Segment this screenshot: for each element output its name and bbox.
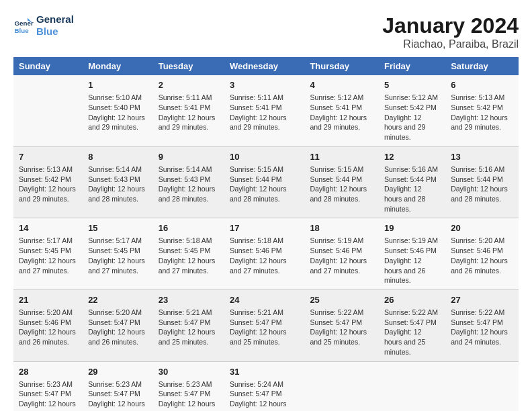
calendar-cell: 1Sunrise: 5:10 AM Sunset: 5:40 PM Daylig… [83,75,153,146]
cell-info: Sunrise: 5:19 AM Sunset: 5:46 PM Dayligh… [384,236,440,285]
cell-info: Sunrise: 5:15 AM Sunset: 5:44 PM Dayligh… [310,165,373,204]
cell-info: Sunrise: 5:22 AM Sunset: 5:47 PM Dayligh… [384,308,440,357]
day-number: 29 [88,366,148,378]
calendar-cell: 30Sunrise: 5:23 AM Sunset: 5:47 PM Dayli… [153,361,224,411]
cell-info: Sunrise: 5:17 AM Sunset: 5:45 PM Dayligh… [88,236,148,275]
calendar-cell: 17Sunrise: 5:18 AM Sunset: 5:46 PM Dayli… [224,218,304,290]
calendar-cell: 28Sunrise: 5:23 AM Sunset: 5:47 PM Dayli… [13,361,83,411]
calendar-cell: 11Sunrise: 5:15 AM Sunset: 5:44 PM Dayli… [304,146,379,218]
day-number: 5 [384,79,440,91]
calendar-cell: 29Sunrise: 5:23 AM Sunset: 5:47 PM Dayli… [83,361,153,411]
cell-info: Sunrise: 5:11 AM Sunset: 5:41 PM Dayligh… [159,93,219,132]
day-number: 12 [384,151,440,163]
day-number: 16 [159,222,219,234]
cell-info: Sunrise: 5:17 AM Sunset: 5:45 PM Dayligh… [19,236,77,275]
calendar-cell: 12Sunrise: 5:16 AM Sunset: 5:44 PM Dayli… [379,146,445,218]
day-number: 22 [88,294,148,306]
day-number: 14 [19,222,77,234]
calendar-cell: 4Sunrise: 5:12 AM Sunset: 5:41 PM Daylig… [304,75,379,146]
calendar-cell: 24Sunrise: 5:21 AM Sunset: 5:47 PM Dayli… [224,289,304,361]
calendar-cell: 25Sunrise: 5:22 AM Sunset: 5:47 PM Dayli… [304,289,379,361]
cell-info: Sunrise: 5:14 AM Sunset: 5:43 PM Dayligh… [88,165,148,204]
calendar-cell: 19Sunrise: 5:19 AM Sunset: 5:46 PM Dayli… [379,218,445,290]
day-number: 23 [159,294,219,306]
cell-info: Sunrise: 5:11 AM Sunset: 5:41 PM Dayligh… [230,93,299,132]
cell-info: Sunrise: 5:18 AM Sunset: 5:45 PM Dayligh… [159,236,219,275]
calendar-cell: 2Sunrise: 5:11 AM Sunset: 5:41 PM Daylig… [153,75,224,146]
calendar-cell: 3Sunrise: 5:11 AM Sunset: 5:41 PM Daylig… [224,75,304,146]
week-row-4: 21Sunrise: 5:20 AM Sunset: 5:46 PM Dayli… [13,289,519,361]
cell-info: Sunrise: 5:12 AM Sunset: 5:42 PM Dayligh… [384,93,440,142]
cell-info: Sunrise: 5:23 AM Sunset: 5:47 PM Dayligh… [88,379,148,411]
calendar-cell: 9Sunrise: 5:14 AM Sunset: 5:43 PM Daylig… [153,146,224,218]
cell-info: Sunrise: 5:19 AM Sunset: 5:46 PM Dayligh… [310,236,373,275]
week-row-2: 7Sunrise: 5:13 AM Sunset: 5:42 PM Daylig… [13,146,519,218]
calendar-cell: 6Sunrise: 5:13 AM Sunset: 5:42 PM Daylig… [445,75,519,146]
header-saturday: Saturday [445,57,519,75]
page-title: January 2024 [382,13,519,38]
cell-info: Sunrise: 5:12 AM Sunset: 5:41 PM Dayligh… [310,93,373,132]
day-number: 13 [451,151,513,163]
cell-info: Sunrise: 5:15 AM Sunset: 5:44 PM Dayligh… [230,165,299,204]
day-number: 19 [384,222,440,234]
week-row-5: 28Sunrise: 5:23 AM Sunset: 5:47 PM Dayli… [13,361,519,411]
day-number: 15 [88,222,148,234]
header-thursday: Thursday [304,57,379,75]
day-number: 6 [451,79,513,91]
cell-info: Sunrise: 5:21 AM Sunset: 5:47 PM Dayligh… [159,308,219,347]
day-number: 21 [19,294,77,306]
day-number: 24 [230,294,299,306]
logo-icon: General Blue [13,15,34,36]
cell-info: Sunrise: 5:20 AM Sunset: 5:46 PM Dayligh… [19,308,77,347]
calendar-cell: 18Sunrise: 5:19 AM Sunset: 5:46 PM Dayli… [304,218,379,290]
day-number: 17 [230,222,299,234]
cell-info: Sunrise: 5:23 AM Sunset: 5:47 PM Dayligh… [159,379,219,411]
cell-info: Sunrise: 5:20 AM Sunset: 5:46 PM Dayligh… [451,236,513,275]
calendar-cell: 26Sunrise: 5:22 AM Sunset: 5:47 PM Dayli… [379,289,445,361]
page-subtitle: Riachao, Paraiba, Brazil [382,38,519,50]
calendar-table: SundayMondayTuesdayWednesdayThursdayFrid… [13,57,519,411]
header-monday: Monday [83,57,153,75]
svg-text:Blue: Blue [15,27,30,34]
day-number: 31 [230,366,299,378]
day-number: 2 [159,79,219,91]
cell-info: Sunrise: 5:22 AM Sunset: 5:47 PM Dayligh… [310,308,373,347]
logo-line1: General [36,13,74,26]
calendar-cell: 15Sunrise: 5:17 AM Sunset: 5:45 PM Dayli… [83,218,153,290]
week-row-3: 14Sunrise: 5:17 AM Sunset: 5:45 PM Dayli… [13,218,519,290]
calendar-cell: 23Sunrise: 5:21 AM Sunset: 5:47 PM Dayli… [153,289,224,361]
calendar-cell [445,361,519,411]
day-number: 27 [451,294,513,306]
calendar-cell [379,361,445,411]
page-header: General Blue General Blue January 2024 R… [13,13,519,50]
cell-info: Sunrise: 5:13 AM Sunset: 5:42 PM Dayligh… [19,165,77,204]
calendar-header: SundayMondayTuesdayWednesdayThursdayFrid… [13,57,519,75]
cell-info: Sunrise: 5:22 AM Sunset: 5:47 PM Dayligh… [451,308,513,347]
day-number: 3 [230,79,299,91]
calendar-cell: 27Sunrise: 5:22 AM Sunset: 5:47 PM Dayli… [445,289,519,361]
calendar-cell [13,75,83,146]
cell-info: Sunrise: 5:13 AM Sunset: 5:42 PM Dayligh… [451,93,513,132]
header-sunday: Sunday [13,57,83,75]
header-wednesday: Wednesday [224,57,304,75]
day-number: 4 [310,79,373,91]
calendar-cell: 16Sunrise: 5:18 AM Sunset: 5:45 PM Dayli… [153,218,224,290]
cell-info: Sunrise: 5:20 AM Sunset: 5:47 PM Dayligh… [88,308,148,347]
calendar-cell: 13Sunrise: 5:16 AM Sunset: 5:44 PM Dayli… [445,146,519,218]
title-area: January 2024 Riachao, Paraiba, Brazil [382,13,519,50]
day-number: 25 [310,294,373,306]
calendar-cell: 10Sunrise: 5:15 AM Sunset: 5:44 PM Dayli… [224,146,304,218]
cell-info: Sunrise: 5:14 AM Sunset: 5:43 PM Dayligh… [159,165,219,204]
day-number: 1 [88,79,148,91]
calendar-cell: 14Sunrise: 5:17 AM Sunset: 5:45 PM Dayli… [13,218,83,290]
logo: General Blue General Blue [13,13,74,38]
day-number: 30 [159,366,219,378]
day-number: 26 [384,294,440,306]
calendar-cell: 7Sunrise: 5:13 AM Sunset: 5:42 PM Daylig… [13,146,83,218]
svg-text:General: General [15,19,34,27]
calendar-cell: 31Sunrise: 5:24 AM Sunset: 5:47 PM Dayli… [224,361,304,411]
day-number: 7 [19,151,77,163]
cell-info: Sunrise: 5:21 AM Sunset: 5:47 PM Dayligh… [230,308,299,347]
day-number: 8 [88,151,148,163]
calendar-cell: 21Sunrise: 5:20 AM Sunset: 5:46 PM Dayli… [13,289,83,361]
